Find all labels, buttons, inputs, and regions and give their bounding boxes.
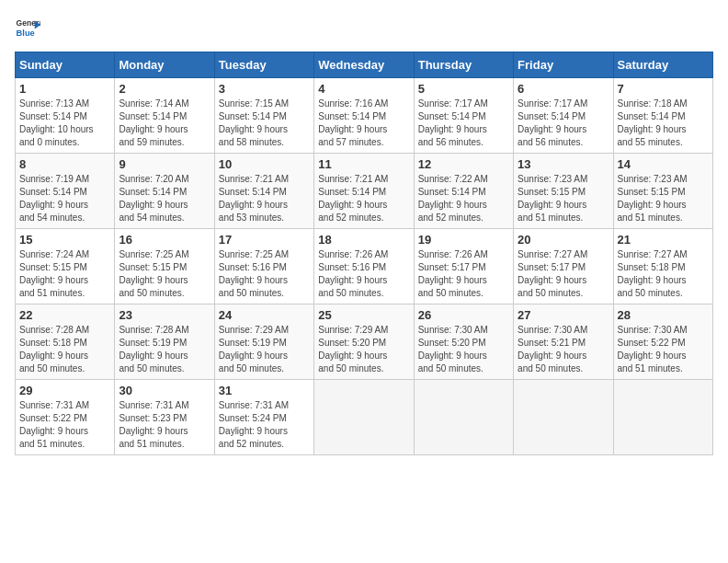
calendar-cell: 19Sunrise: 7:26 AMSunset: 5:17 PMDayligh…	[414, 229, 513, 304]
cell-info: Sunrise: 7:25 AMSunset: 5:15 PMDaylight:…	[119, 248, 210, 300]
day-number: 24	[219, 308, 310, 322]
calendar-cell: 21Sunrise: 7:27 AMSunset: 5:18 PMDayligh…	[613, 229, 712, 304]
calendar-cell: 6Sunrise: 7:17 AMSunset: 5:14 PMDaylight…	[514, 78, 613, 154]
calendar-cell	[613, 380, 712, 455]
week-row-3: 15Sunrise: 7:24 AMSunset: 5:15 PMDayligh…	[16, 229, 713, 304]
column-header-thursday: Thursday	[414, 52, 513, 78]
column-header-tuesday: Tuesday	[214, 52, 313, 78]
day-number: 22	[19, 308, 110, 322]
cell-info: Sunrise: 7:29 AMSunset: 5:20 PMDaylight:…	[318, 324, 409, 375]
column-header-saturday: Saturday	[613, 52, 712, 78]
calendar-header-row: SundayMondayTuesdayWednesdayThursdayFrid…	[16, 52, 713, 78]
calendar-cell: 29Sunrise: 7:31 AMSunset: 5:22 PMDayligh…	[16, 380, 115, 455]
cell-info: Sunrise: 7:22 AMSunset: 5:14 PMDaylight:…	[418, 173, 509, 224]
column-header-wednesday: Wednesday	[314, 52, 414, 78]
calendar-table: SundayMondayTuesdayWednesdayThursdayFrid…	[15, 52, 713, 455]
cell-info: Sunrise: 7:17 AMSunset: 5:14 PMDaylight:…	[518, 98, 609, 149]
calendar-cell: 5Sunrise: 7:17 AMSunset: 5:14 PMDaylight…	[414, 78, 513, 154]
svg-text:Blue: Blue	[17, 29, 35, 38]
calendar-cell: 18Sunrise: 7:26 AMSunset: 5:16 PMDayligh…	[314, 229, 414, 304]
cell-info: Sunrise: 7:21 AMSunset: 5:14 PMDaylight:…	[318, 173, 409, 224]
calendar-cell: 27Sunrise: 7:30 AMSunset: 5:21 PMDayligh…	[514, 304, 613, 380]
cell-info: Sunrise: 7:13 AMSunset: 5:14 PMDaylight:…	[19, 98, 110, 149]
cell-info: Sunrise: 7:31 AMSunset: 5:24 PMDaylight:…	[219, 399, 310, 451]
column-header-friday: Friday	[514, 52, 613, 78]
cell-info: Sunrise: 7:26 AMSunset: 5:17 PMDaylight:…	[418, 248, 509, 300]
cell-info: Sunrise: 7:25 AMSunset: 5:16 PMDaylight:…	[219, 248, 310, 300]
day-number: 21	[618, 233, 709, 247]
calendar-cell: 8Sunrise: 7:19 AMSunset: 5:14 PMDaylight…	[16, 154, 115, 229]
cell-info: Sunrise: 7:28 AMSunset: 5:18 PMDaylight:…	[19, 324, 110, 375]
cell-info: Sunrise: 7:24 AMSunset: 5:15 PMDaylight:…	[19, 248, 110, 300]
day-number: 31	[219, 384, 310, 397]
calendar-cell	[314, 380, 414, 455]
calendar-cell: 31Sunrise: 7:31 AMSunset: 5:24 PMDayligh…	[214, 380, 313, 455]
calendar-cell: 25Sunrise: 7:29 AMSunset: 5:20 PMDayligh…	[314, 304, 414, 380]
week-row-4: 22Sunrise: 7:28 AMSunset: 5:18 PMDayligh…	[16, 304, 713, 380]
calendar-cell: 13Sunrise: 7:23 AMSunset: 5:15 PMDayligh…	[514, 154, 613, 229]
cell-info: Sunrise: 7:31 AMSunset: 5:22 PMDaylight:…	[19, 399, 110, 451]
cell-info: Sunrise: 7:23 AMSunset: 5:15 PMDaylight:…	[618, 173, 709, 224]
calendar-cell: 2Sunrise: 7:14 AMSunset: 5:14 PMDaylight…	[115, 78, 214, 154]
calendar-cell: 16Sunrise: 7:25 AMSunset: 5:15 PMDayligh…	[115, 229, 214, 304]
day-number: 2	[119, 82, 210, 96]
day-number: 5	[418, 82, 509, 96]
calendar-cell: 28Sunrise: 7:30 AMSunset: 5:22 PMDayligh…	[613, 304, 712, 380]
calendar-cell: 22Sunrise: 7:28 AMSunset: 5:18 PMDayligh…	[16, 304, 115, 380]
cell-info: Sunrise: 7:26 AMSunset: 5:16 PMDaylight:…	[318, 248, 409, 300]
day-number: 25	[318, 308, 409, 322]
day-number: 19	[418, 233, 509, 247]
cell-info: Sunrise: 7:27 AMSunset: 5:17 PMDaylight:…	[518, 248, 609, 300]
calendar-cell: 14Sunrise: 7:23 AMSunset: 5:15 PMDayligh…	[613, 154, 712, 229]
cell-info: Sunrise: 7:31 AMSunset: 5:23 PMDaylight:…	[119, 399, 210, 451]
calendar-cell: 7Sunrise: 7:18 AMSunset: 5:14 PMDaylight…	[613, 78, 712, 154]
calendar-cell: 17Sunrise: 7:25 AMSunset: 5:16 PMDayligh…	[214, 229, 313, 304]
cell-info: Sunrise: 7:29 AMSunset: 5:19 PMDaylight:…	[219, 324, 310, 375]
cell-info: Sunrise: 7:18 AMSunset: 5:14 PMDaylight:…	[618, 98, 709, 149]
week-row-1: 1Sunrise: 7:13 AMSunset: 5:14 PMDaylight…	[16, 78, 713, 154]
day-number: 28	[618, 308, 709, 322]
day-number: 10	[219, 157, 310, 171]
calendar-cell: 23Sunrise: 7:28 AMSunset: 5:19 PMDayligh…	[115, 304, 214, 380]
calendar-cell: 20Sunrise: 7:27 AMSunset: 5:17 PMDayligh…	[514, 229, 613, 304]
day-number: 6	[518, 82, 609, 96]
cell-info: Sunrise: 7:21 AMSunset: 5:14 PMDaylight:…	[219, 173, 310, 224]
day-number: 8	[19, 157, 110, 171]
cell-info: Sunrise: 7:27 AMSunset: 5:18 PMDaylight:…	[618, 248, 709, 300]
column-header-monday: Monday	[115, 52, 214, 78]
day-number: 26	[418, 308, 509, 322]
cell-info: Sunrise: 7:19 AMSunset: 5:14 PMDaylight:…	[19, 173, 110, 224]
day-number: 27	[518, 308, 609, 322]
cell-info: Sunrise: 7:20 AMSunset: 5:14 PMDaylight:…	[119, 173, 210, 224]
calendar-cell: 10Sunrise: 7:21 AMSunset: 5:14 PMDayligh…	[214, 154, 313, 229]
day-number: 14	[618, 157, 709, 171]
calendar-cell: 12Sunrise: 7:22 AMSunset: 5:14 PMDayligh…	[414, 154, 513, 229]
week-row-5: 29Sunrise: 7:31 AMSunset: 5:22 PMDayligh…	[16, 380, 713, 455]
day-number: 3	[219, 82, 310, 96]
cell-info: Sunrise: 7:30 AMSunset: 5:22 PMDaylight:…	[618, 324, 709, 375]
day-number: 30	[119, 384, 210, 397]
day-number: 1	[19, 82, 110, 96]
calendar-cell	[414, 380, 513, 455]
day-number: 13	[518, 157, 609, 171]
day-number: 7	[618, 82, 709, 96]
logo: General Blue	[15, 15, 40, 40]
cell-info: Sunrise: 7:14 AMSunset: 5:14 PMDaylight:…	[119, 98, 210, 149]
day-number: 23	[119, 308, 210, 322]
calendar-cell: 1Sunrise: 7:13 AMSunset: 5:14 PMDaylight…	[16, 78, 115, 154]
calendar-cell: 3Sunrise: 7:15 AMSunset: 5:14 PMDaylight…	[214, 78, 313, 154]
column-header-sunday: Sunday	[16, 52, 115, 78]
day-number: 16	[119, 233, 210, 247]
day-number: 11	[318, 157, 409, 171]
cell-info: Sunrise: 7:15 AMSunset: 5:14 PMDaylight:…	[219, 98, 310, 149]
calendar-cell: 24Sunrise: 7:29 AMSunset: 5:19 PMDayligh…	[214, 304, 313, 380]
day-number: 29	[19, 384, 110, 397]
day-number: 20	[518, 233, 609, 247]
cell-info: Sunrise: 7:28 AMSunset: 5:19 PMDaylight:…	[119, 324, 210, 375]
calendar-cell: 15Sunrise: 7:24 AMSunset: 5:15 PMDayligh…	[16, 229, 115, 304]
day-number: 4	[318, 82, 409, 96]
calendar-cell: 30Sunrise: 7:31 AMSunset: 5:23 PMDayligh…	[115, 380, 214, 455]
day-number: 17	[219, 233, 310, 247]
calendar-cell: 4Sunrise: 7:16 AMSunset: 5:14 PMDaylight…	[314, 78, 414, 154]
page-header: General Blue	[15, 15, 713, 40]
